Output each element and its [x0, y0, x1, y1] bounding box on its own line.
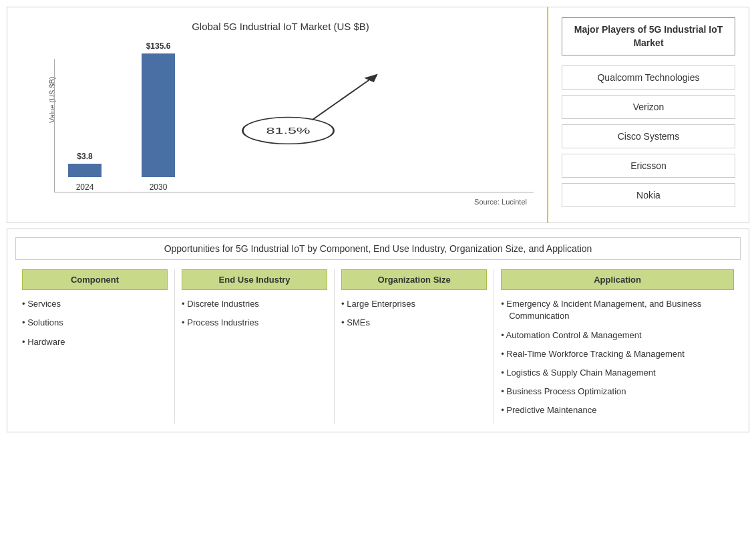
- chart-area: Global 5G Industrial IoT Market (US $B) …: [7, 7, 548, 223]
- bar-2030: [142, 53, 175, 177]
- list-item: Predictive Maintenance: [501, 404, 734, 416]
- list-item: Solutions: [22, 317, 168, 329]
- svg-text:81.5%: 81.5%: [266, 126, 311, 136]
- players-list: Qualcomm TechnologiesVerizonCisco System…: [562, 65, 735, 207]
- chart-inner: Value (US $B) 81.5%: [54, 45, 534, 192]
- bar-2024: [68, 164, 102, 177]
- column-application: ApplicationEmergency & Incident Manageme…: [494, 269, 741, 423]
- list-item: Real-Time Workforce Tracking & Managemen…: [501, 348, 734, 360]
- top-section: Global 5G Industrial IoT Market (US $B) …: [7, 7, 749, 223]
- col-items: Discrete IndustriesProcess Industries: [182, 298, 327, 329]
- list-item: Discrete Industries: [182, 298, 327, 310]
- bar-label-2024: 2024: [76, 182, 94, 192]
- columns-row: ComponentServicesSolutionsHardwareEnd Us…: [15, 269, 741, 423]
- list-item: Emergency & Incident Management, and Bus…: [501, 298, 734, 322]
- list-item: Logistics & Supply Chain Management: [501, 367, 734, 379]
- players-panel: Major Players of 5G Industrial IoT Marke…: [548, 7, 749, 223]
- source-text: Source: Lucintel: [27, 198, 534, 206]
- player-item: Nokia: [562, 183, 735, 207]
- col-items: Emergency & Incident Management, and Bus…: [501, 298, 734, 416]
- column-component: ComponentServicesSolutionsHardware: [15, 269, 175, 423]
- outer-container: Global 5G Industrial IoT Market (US $B) …: [0, 0, 756, 550]
- list-item: Services: [22, 298, 168, 310]
- bar-value-2030: $135.6: [146, 41, 171, 51]
- list-item: SMEs: [341, 317, 487, 329]
- bar-group-2030: $135.6 2030: [142, 41, 175, 192]
- bar-group-2024: $3.8 2024: [68, 152, 102, 192]
- player-item: Verizon: [562, 95, 735, 119]
- list-item: Business Process Optimization: [501, 386, 734, 398]
- list-item: Large Enterprises: [341, 298, 487, 310]
- col-header: End Use Industry: [182, 269, 327, 290]
- player-item: Ericsson: [562, 154, 735, 178]
- list-item: Automation Control & Management: [501, 329, 734, 341]
- bar-label-2030: 2030: [150, 182, 168, 192]
- chart-svg: 81.5%: [55, 59, 534, 192]
- players-title: Major Players of 5G Industrial IoT Marke…: [562, 17, 735, 55]
- col-header: Component: [22, 269, 168, 290]
- col-header: Organization Size: [341, 269, 487, 290]
- player-item: Qualcomm Technologies: [562, 65, 735, 90]
- list-item: Process Industries: [182, 317, 327, 329]
- bottom-section: Opportunities for 5G Industrial IoT by C…: [7, 229, 749, 432]
- list-item: Hardware: [22, 336, 168, 348]
- svg-line-2: [312, 76, 375, 120]
- column-end-use-industry: End Use IndustryDiscrete IndustriesProce…: [175, 269, 335, 423]
- col-header: Application: [501, 269, 734, 290]
- bar-value-2024: $3.8: [77, 152, 92, 161]
- col-items: ServicesSolutionsHardware: [22, 298, 168, 348]
- player-item: Cisco Systems: [562, 124, 735, 148]
- svg-point-0: [242, 118, 333, 144]
- chart-title: Global 5G Industrial IoT Market (US $B): [27, 21, 534, 32]
- bottom-title: Opportunities for 5G Industrial IoT by C…: [15, 237, 741, 260]
- bars-container: 81.5% $3.8 2024: [54, 59, 534, 192]
- col-items: Large EnterprisesSMEs: [341, 298, 487, 329]
- column-organization-size: Organization SizeLarge EnterprisesSMEs: [335, 269, 494, 423]
